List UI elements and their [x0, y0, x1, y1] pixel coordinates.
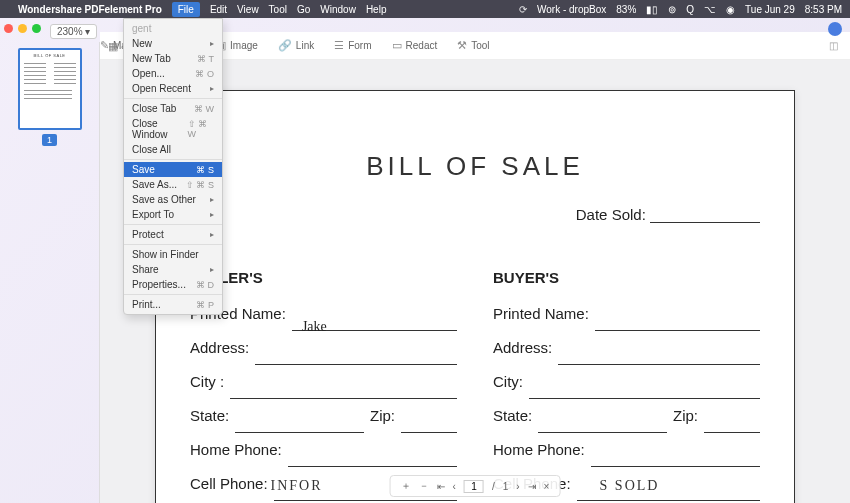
buyer-homephone-field[interactable]	[591, 449, 760, 467]
panel-toggle-icon[interactable]: ◫	[829, 40, 838, 51]
zoom-in-icon[interactable]: ＋	[401, 479, 411, 493]
sync-icon[interactable]: ⟳	[519, 4, 527, 15]
minimize-window-button[interactable]	[18, 24, 27, 33]
doc-title: BILL OF SALE	[190, 151, 760, 182]
zoom-select[interactable]: 230% ▾	[50, 24, 97, 39]
page-thumbnail[interactable]: BILL OF SALE	[18, 48, 82, 130]
buyer-city-label: City:	[493, 367, 523, 397]
first-page-icon[interactable]: ⇤	[437, 481, 445, 492]
zoom-out-icon[interactable]: －	[419, 479, 429, 493]
file-menu-header: gent	[124, 21, 222, 36]
footer-partial-left: INFOR	[271, 478, 323, 494]
seller-address-label: Address:	[190, 333, 249, 363]
mac-menubar: Wondershare PDFelement Pro File Edit Vie…	[0, 0, 850, 18]
buyer-name-label: Printed Name:	[493, 299, 589, 329]
menu-open-recent[interactable]: Open Recent▸	[124, 81, 222, 96]
buyer-homephone-label: Home Phone:	[493, 435, 585, 465]
seller-column: SELLER'S Printed Name:Jake Address: City…	[190, 263, 457, 503]
menu-window[interactable]: Window	[320, 4, 356, 15]
sync-label: Work - dropBox	[537, 4, 606, 15]
menu-tool[interactable]: Tool	[269, 4, 287, 15]
seller-state-label: State:	[190, 401, 229, 431]
buyer-state-field[interactable]	[538, 415, 667, 433]
tool-tool[interactable]: ⚒Tool	[457, 39, 489, 52]
seller-homephone-field[interactable]	[288, 449, 457, 467]
buyer-zip-label: Zip:	[673, 401, 698, 431]
close-nav-icon[interactable]: ×	[544, 481, 550, 492]
date-sold-field[interactable]	[650, 211, 760, 223]
menu-close-window[interactable]: Close Window⇧ ⌘ W	[124, 116, 222, 142]
seller-homephone-label: Home Phone:	[190, 435, 282, 465]
menu-close-tab[interactable]: Close Tab⌘ W	[124, 101, 222, 116]
page-current-input[interactable]	[464, 480, 484, 493]
control-center-icon[interactable]: ⌥	[704, 4, 716, 15]
menu-save[interactable]: Save⌘ S	[124, 162, 222, 177]
date-sold-label: Date Sold:	[576, 206, 646, 223]
thumbnail-sidebar: BILL OF SALE 1	[0, 42, 100, 503]
menu-edit[interactable]: Edit	[210, 4, 227, 15]
menu-share[interactable]: Share▸	[124, 262, 222, 277]
buyer-address-label: Address:	[493, 333, 552, 363]
menu-new-tab[interactable]: New Tab⌘ T	[124, 51, 222, 66]
menu-properties[interactable]: Properties...⌘ D	[124, 277, 222, 292]
last-page-icon[interactable]: ⇥	[528, 481, 536, 492]
buyer-zip-field[interactable]	[704, 415, 760, 433]
seller-city-label: City :	[190, 367, 224, 397]
seller-city-field[interactable]	[230, 381, 457, 399]
menu-protect[interactable]: Protect▸	[124, 227, 222, 242]
menu-show-in-finder[interactable]: Show in Finder	[124, 247, 222, 262]
seller-zip-field[interactable]	[401, 415, 457, 433]
menu-new[interactable]: New▸	[124, 36, 222, 51]
tool-link[interactable]: 🔗Link	[278, 39, 314, 52]
menubar-right: ⟳ Work - dropBox 83% ▮▯ ⊚ Q ⌥ ◉ Tue Jun …	[519, 4, 842, 15]
app-name: Wondershare PDFelement Pro	[18, 4, 162, 15]
tool-form[interactable]: ☰Form	[334, 39, 371, 52]
menu-go[interactable]: Go	[297, 4, 310, 15]
buyer-column: BUYER'S Printed Name: Address: City: Sta…	[493, 263, 760, 503]
buyer-city-field[interactable]	[529, 381, 760, 399]
buyer-name-field[interactable]	[595, 313, 760, 331]
redact-icon: ▭	[392, 39, 402, 52]
page-total: 1	[503, 481, 509, 492]
siri-icon[interactable]: ◉	[726, 4, 735, 15]
menu-help[interactable]: Help	[366, 4, 387, 15]
page-navigator: INFOR ＋ － ⇤ ‹ / 1 › ⇥ × S SOLD	[390, 475, 561, 497]
close-window-button[interactable]	[4, 24, 13, 33]
grid-view-icon[interactable]: ▦	[108, 40, 118, 53]
wifi-icon[interactable]: ⊚	[668, 4, 676, 15]
seller-state-field[interactable]	[235, 415, 364, 433]
battery-icon: ▮▯	[646, 4, 658, 15]
menu-view[interactable]: View	[237, 4, 259, 15]
menu-save-as-other[interactable]: Save as Other▸	[124, 192, 222, 207]
tool-icon: ⚒	[457, 39, 467, 52]
document-page: BILL OF SALE Date Sold: SELLER'S Printed…	[155, 90, 795, 503]
prev-page-icon[interactable]: ‹	[453, 481, 456, 492]
menu-open[interactable]: Open...⌘ O	[124, 66, 222, 81]
buyer-state-label: State:	[493, 401, 532, 431]
seller-header: SELLER'S	[190, 263, 457, 293]
buyer-header: BUYER'S	[493, 263, 760, 293]
next-page-icon[interactable]: ›	[516, 481, 519, 492]
seller-address-field[interactable]	[255, 347, 457, 365]
thumbnail-page-number: 1	[42, 134, 57, 146]
seller-cellphone-label: Cell Phone:	[190, 469, 268, 499]
page-sep: /	[492, 481, 495, 492]
menu-print[interactable]: Print...⌘ P	[124, 297, 222, 312]
link-icon: 🔗	[278, 39, 292, 52]
menubar-time[interactable]: 8:53 PM	[805, 4, 842, 15]
menu-export-to[interactable]: Export To▸	[124, 207, 222, 222]
menu-close-all[interactable]: Close All	[124, 142, 222, 157]
zoom-window-button[interactable]	[32, 24, 41, 33]
date-sold-row: Date Sold:	[190, 206, 760, 223]
menu-file[interactable]: File	[172, 2, 200, 17]
footer-partial-right: S SOLD	[600, 478, 660, 494]
buyer-address-field[interactable]	[558, 347, 760, 365]
form-icon: ☰	[334, 39, 344, 52]
seller-zip-label: Zip:	[370, 401, 395, 431]
menubar-date[interactable]: Tue Jun 29	[745, 4, 795, 15]
seller-name-field[interactable]: Jake	[292, 313, 457, 331]
tool-redact[interactable]: ▭Redact	[392, 39, 438, 52]
user-avatar[interactable]	[828, 22, 842, 36]
menu-save-as[interactable]: Save As...⇧ ⌘ S	[124, 177, 222, 192]
spotlight-icon[interactable]: Q	[686, 4, 694, 15]
